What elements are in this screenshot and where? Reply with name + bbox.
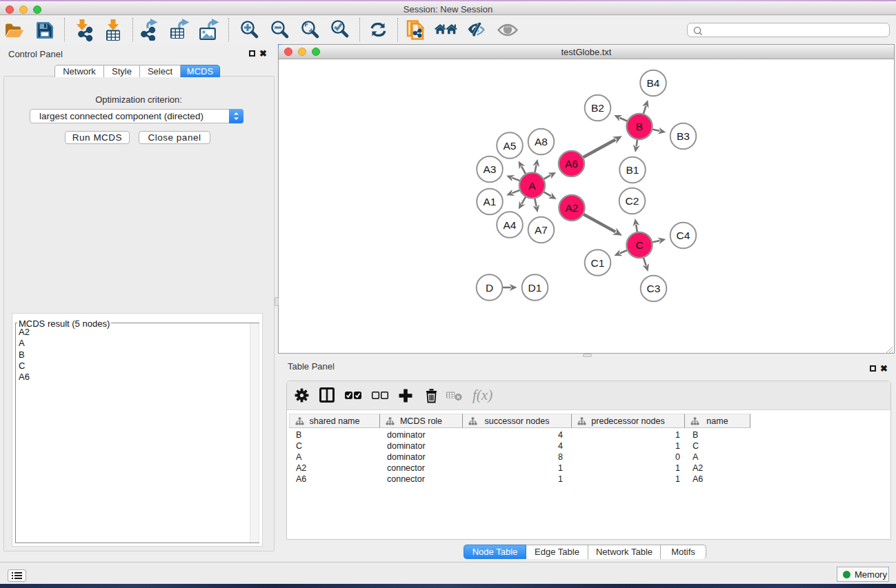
svg-text:A1: A1 [484, 196, 497, 207]
svg-text:B2: B2 [591, 102, 604, 114]
svg-text:C: C [635, 239, 643, 251]
svg-text:D: D [486, 282, 493, 294]
svg-text:B: B [636, 121, 643, 132]
svg-text:C4: C4 [677, 230, 690, 241]
svg-text:A7: A7 [535, 224, 548, 236]
svg-text:A2: A2 [566, 202, 579, 214]
svg-text:A6: A6 [565, 158, 578, 170]
svg-text:A3: A3 [484, 163, 497, 175]
svg-text:A8: A8 [535, 136, 548, 148]
svg-text:B1: B1 [626, 164, 639, 176]
svg-text:A4: A4 [504, 219, 517, 231]
svg-text:A: A [528, 180, 536, 192]
svg-text:B4: B4 [647, 77, 660, 89]
svg-text:C1: C1 [591, 257, 605, 269]
svg-text:B3: B3 [677, 130, 690, 142]
svg-text:C3: C3 [647, 283, 661, 294]
svg-text:C2: C2 [626, 195, 639, 207]
svg-text:D1: D1 [528, 282, 542, 294]
svg-text:A5: A5 [504, 140, 517, 152]
